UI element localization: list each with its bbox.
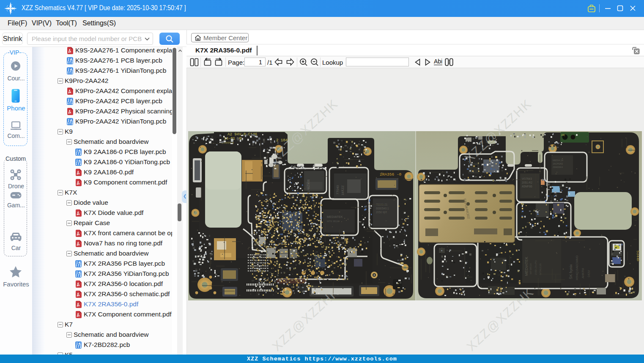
svg-text:2RA356 -0: 2RA356 -0: [380, 172, 402, 177]
svg-text:2050 MX: 2050 MX: [376, 211, 387, 214]
svg-text:19]: 19]: [561, 134, 565, 136]
svg-text:AHKFM: AHKFM: [581, 268, 584, 278]
svg-text:A5MF86: A5MF86: [522, 185, 532, 188]
svg-text:15CPDF2: 15CPDF2: [553, 162, 563, 165]
svg-text:5344F: 5344F: [636, 250, 640, 262]
svg-text:MEDIATEK: MEDIATEK: [327, 215, 343, 219]
svg-text:SK hynix: SK hynix: [569, 264, 573, 279]
svg-text:77040: 77040: [336, 185, 340, 195]
svg-text:B/TAU135: B/TAU135: [539, 263, 542, 275]
svg-text:MT6 381W: MT6 381W: [327, 220, 340, 223]
svg-text:H9HQ16AECMMD: H9HQ16AECMMD: [575, 256, 579, 280]
svg-text:MEDIA 24: MEDIA 24: [553, 159, 563, 162]
svg-text:MEDIATEK: MEDIATEK: [524, 257, 529, 276]
svg-text:SSK256-T2: SSK256-T2: [307, 179, 310, 194]
svg-text:2051-R2: 2051-R2: [522, 181, 532, 184]
svg-text:MT6853V: MT6853V: [529, 263, 532, 274]
svg-text:6680540.1: 6680540.1: [376, 207, 389, 210]
svg-text:JSM20K4: JSM20K4: [553, 166, 563, 168]
svg-text:043V: 043V: [587, 270, 590, 277]
svg-text:2102-ZA+PU: 2102-ZA+PU: [534, 260, 537, 275]
